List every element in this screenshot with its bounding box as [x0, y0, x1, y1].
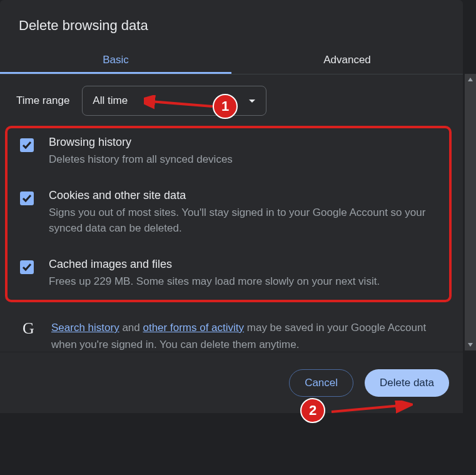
time-range-label: Time range: [16, 94, 69, 107]
dialog-title: Delete browsing data: [0, 0, 463, 46]
dialog-footer: Cancel Delete data: [0, 352, 463, 413]
delete-browsing-data-dialog: Delete browsing data Basic Advanced Time…: [0, 0, 463, 413]
time-range-dropdown[interactable]: All time: [82, 86, 266, 116]
google-icon: G: [23, 320, 39, 337]
link-other-activity[interactable]: other forms of activity: [143, 322, 244, 334]
tab-advanced[interactable]: Advanced: [231, 46, 463, 74]
cancel-button[interactable]: Cancel: [289, 369, 353, 397]
link-search-history[interactable]: Search history: [51, 322, 119, 334]
scrollbar-track[interactable]: [465, 74, 476, 350]
option-desc: Deletes history from all synced devices: [49, 151, 447, 168]
scroll-down-button[interactable]: [465, 339, 476, 350]
time-range-value: All time: [93, 94, 128, 107]
option-title: Browsing history: [49, 136, 447, 149]
google-account-note: G Search history and other forms of acti…: [16, 307, 447, 353]
options-list: Browsing history Deletes history from al…: [16, 127, 447, 302]
option-browsing-history: Browsing history Deletes history from al…: [16, 127, 447, 180]
delete-data-button[interactable]: Delete data: [365, 369, 449, 397]
tab-basic[interactable]: Basic: [0, 46, 231, 74]
option-desc: Signs you out of most sites. You'll stay…: [49, 205, 447, 237]
chevron-down-icon: [248, 94, 256, 107]
option-title: Cached images and files: [49, 258, 447, 271]
time-range-row: Time range All time: [16, 86, 447, 116]
option-title: Cookies and other site data: [49, 189, 447, 202]
checkbox-browsing-history[interactable]: [20, 138, 34, 152]
tab-bar: Basic Advanced: [0, 46, 463, 74]
option-desc: Frees up 229 MB. Some sites may load mor…: [49, 273, 447, 290]
option-cookies: Cookies and other site data Signs you ou…: [16, 180, 447, 249]
checkbox-cached[interactable]: [20, 260, 34, 274]
scroll-up-button[interactable]: [465, 74, 476, 85]
option-cached: Cached images and files Frees up 229 MB.…: [16, 249, 447, 302]
google-note-text: Search history and other forms of activi…: [51, 319, 435, 353]
checkbox-cookies[interactable]: [20, 192, 34, 205]
